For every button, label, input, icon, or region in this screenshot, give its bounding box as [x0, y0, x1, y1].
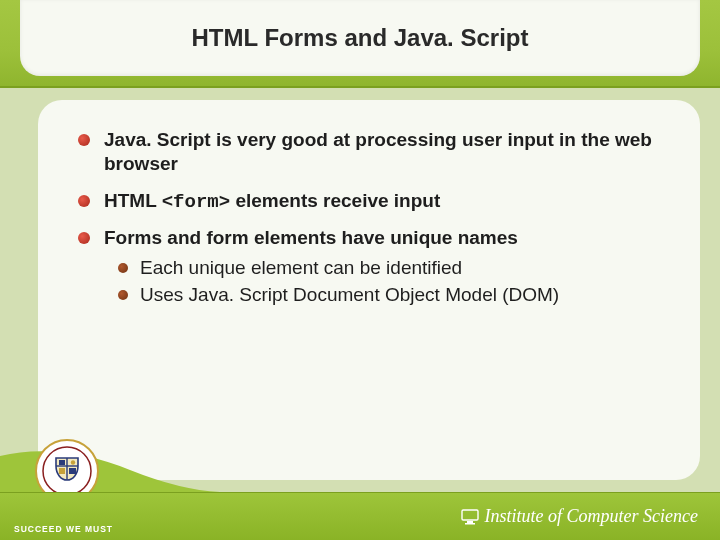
bullet-item: Java. Script is very good at processing …: [74, 128, 670, 177]
svg-rect-6: [59, 468, 65, 474]
sub-bullet-item: Each unique element can be identified: [104, 256, 670, 281]
svg-rect-8: [467, 521, 473, 523]
footer-swoosh: [0, 450, 220, 492]
header-inner: HTML Forms and Java. Script: [20, 0, 700, 76]
bullet-list: Java. Script is very good at processing …: [74, 128, 670, 308]
sub-bullet-list: Each unique element can be identified Us…: [104, 256, 670, 307]
svg-rect-7: [462, 510, 478, 520]
sub-bullet-text: Each unique element can be identified: [140, 257, 462, 278]
bullet-item: Forms and form elements have unique name…: [74, 226, 670, 308]
bullet-text-pre: HTML: [104, 190, 162, 211]
header-band: HTML Forms and Java. Script: [0, 0, 720, 88]
bullet-text: Forms and form elements have unique name…: [104, 227, 518, 248]
footer-institute-text: Institute of Computer Science: [485, 506, 698, 527]
bullet-text: Java. Script is very good at processing …: [104, 129, 652, 174]
sub-bullet-text: Uses Java. Script Document Object Model …: [140, 284, 559, 305]
svg-point-5: [71, 460, 75, 464]
footer-band: SUCCEED WE MUST Institute of Computer Sc…: [0, 492, 720, 540]
content-panel: Java. Script is very good at processing …: [38, 100, 700, 480]
bullet-code: <form>: [162, 191, 230, 213]
monitor-icon: [461, 508, 479, 526]
footer-motto: SUCCEED WE MUST: [14, 524, 113, 534]
svg-rect-9: [465, 523, 475, 525]
slide-title: HTML Forms and Java. Script: [192, 24, 529, 52]
footer-institute: Institute of Computer Science: [461, 506, 698, 527]
slide: HTML Forms and Java. Script Java. Script…: [0, 0, 720, 540]
sub-bullet-item: Uses Java. Script Document Object Model …: [104, 283, 670, 308]
bullet-item: HTML <form> elements receive input: [74, 189, 670, 214]
bullet-text-post: elements receive input: [230, 190, 440, 211]
svg-rect-4: [59, 460, 65, 465]
